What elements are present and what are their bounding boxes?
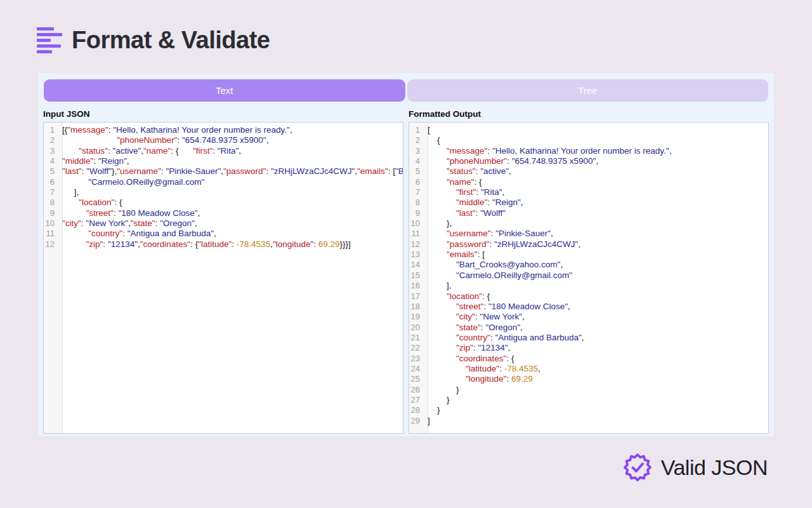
code-line: 4 "phoneNumber": "654.748.9375 x5900",	[409, 156, 768, 166]
code-line: 25 "longitude": 69.29	[409, 374, 768, 384]
code-line: 2 {	[409, 135, 768, 145]
code-line: 14 "Bart_Crooks@yahoo.com",	[409, 260, 768, 270]
line-number: 6	[44, 177, 59, 187]
line-number: 10	[44, 218, 59, 229]
line-number: 4	[44, 156, 59, 166]
code-line: 5 "status": "active",	[409, 166, 768, 177]
code-line: 18 "street": "180 Meadow Close",	[409, 302, 768, 312]
formatter-card: Text Tree Input JSON Formatted Output 1[…	[38, 73, 774, 436]
line-number: 15	[409, 271, 424, 281]
line-number: 7	[44, 187, 59, 197]
line-number: 4	[409, 156, 424, 166]
page-title: Format & Validate	[72, 27, 270, 54]
code-line: 27 }	[409, 395, 768, 405]
code-line: 10 },	[409, 218, 768, 229]
code-line: 19 "city": "New York",	[409, 312, 768, 322]
editor-panels: 1[{"message": "Hello, Katharina! Your or…	[43, 122, 769, 434]
line-number: 11	[44, 229, 59, 239]
code-line: 2 "phoneNumber": "654.748.9375 x5900",	[44, 135, 403, 145]
line-number: 19	[409, 312, 424, 322]
code-line: 11 "country": "Antigua and Barbuda",	[44, 229, 403, 239]
code-line: 7 ],	[44, 187, 403, 197]
line-number: 17	[409, 291, 424, 302]
code-line: 8 "middle": "Reign",	[409, 197, 768, 208]
line-number: 23	[409, 354, 424, 364]
line-number: 12	[44, 239, 59, 250]
formatted-output-label: Formatted Output	[409, 109, 769, 119]
line-number: 3	[44, 146, 59, 156]
line-number: 2	[44, 135, 59, 145]
code-line: 13 "emails": [	[409, 250, 768, 260]
code-line: 22 "zip": "12134",	[409, 343, 768, 353]
code-line: 21 "country": "Antigua and Barbuda",	[409, 333, 768, 343]
code-line: 20 "state": "Oregon",	[409, 323, 768, 333]
input-json-label: Input JSON	[43, 109, 403, 119]
line-number: 12	[409, 239, 424, 250]
line-number: 14	[409, 260, 424, 270]
app-header: Format & Validate	[37, 27, 270, 54]
line-number: 10	[409, 218, 424, 229]
line-number: 25	[409, 374, 424, 384]
line-number: 1	[409, 125, 424, 135]
validation-status: Valid JSON	[622, 452, 768, 483]
tab-text[interactable]: Text	[44, 79, 405, 102]
line-number: 16	[409, 281, 424, 291]
panel-labels: Input JSON Formatted Output	[43, 109, 769, 119]
line-number: 22	[409, 343, 424, 353]
line-number: 5	[44, 166, 59, 177]
format-lines-icon	[37, 27, 62, 53]
formatted-output-code: 1[2 {3 "message": "Hello, Katharina! You…	[409, 123, 768, 426]
code-line: 28 }	[409, 405, 768, 415]
input-json-editor[interactable]: 1[{"message": "Hello, Katharina! Your or…	[43, 122, 403, 434]
code-line: 7 "first": "Rita",	[409, 187, 768, 197]
code-line: 23 "coordinates": {	[409, 354, 768, 364]
code-line: 9 "last": "Wolff"	[409, 208, 768, 218]
code-line: 17 "location": {	[409, 291, 768, 302]
verified-badge-icon	[622, 452, 653, 483]
code-line: 15 "Carmelo.OReilly@gmail.com"	[409, 271, 768, 281]
line-number: 9	[409, 208, 424, 218]
code-line: 1[	[409, 125, 768, 135]
code-line: 4"middle": "Reign",	[44, 156, 403, 166]
code-line: 8 "location": {	[44, 197, 403, 208]
line-number: 18	[409, 302, 424, 312]
line-number: 1	[44, 125, 59, 135]
input-json-code: 1[{"message": "Hello, Katharina! Your or…	[44, 123, 403, 250]
line-number: 20	[409, 323, 424, 333]
line-number: 7	[409, 187, 424, 197]
code-line: 1[{"message": "Hello, Katharina! Your or…	[44, 125, 403, 135]
line-number: 9	[44, 208, 59, 218]
code-line: 26 }	[409, 385, 768, 395]
line-number: 6	[409, 177, 424, 187]
code-line: 24 "latitude": -78.4535,	[409, 364, 768, 374]
code-line: 3 "status": "active","name": { "first": …	[44, 146, 403, 156]
code-line: 6 "name": {	[409, 177, 768, 187]
code-line: 12 "zip": "12134","coordinates": {"latit…	[44, 239, 403, 250]
code-line: 9 "street": "180 Meadow Close",	[44, 208, 403, 218]
line-number: 5	[409, 166, 424, 177]
line-number: 26	[409, 385, 424, 395]
line-number: 29	[409, 416, 424, 426]
line-number: 3	[409, 146, 424, 156]
line-number: 21	[409, 333, 424, 343]
code-line: 16 ],	[409, 281, 768, 291]
line-number: 28	[409, 405, 424, 415]
formatted-output-viewer: 1[2 {3 "message": "Hello, Katharina! You…	[409, 122, 769, 434]
line-number: 2	[409, 135, 424, 145]
code-line: 29]	[409, 416, 768, 426]
code-line: 3 "message": "Hello, Katharina! Your ord…	[409, 146, 768, 156]
view-tabs: Text Tree	[43, 79, 769, 102]
line-number: 27	[409, 395, 424, 405]
line-number: 8	[44, 197, 59, 208]
tab-tree[interactable]: Tree	[407, 79, 769, 102]
code-line: 11 "username": "Pinkie-Sauer",	[409, 229, 768, 239]
line-number: 13	[409, 250, 424, 260]
line-number: 8	[409, 197, 424, 208]
code-line: 6 "Carmelo.OReilly@gmail.com"	[44, 177, 403, 187]
code-line: 10"city": "New York","state": "Oregon",	[44, 218, 403, 229]
status-label: Valid JSON	[661, 455, 768, 480]
code-line: 12 "password": "zRHjLWzaCJc4CWJ",	[409, 239, 768, 250]
line-number: 11	[409, 229, 424, 239]
line-number: 24	[409, 364, 424, 374]
code-line: 5"last": "Wolff"},"username": "Pinkie-Sa…	[44, 166, 403, 177]
